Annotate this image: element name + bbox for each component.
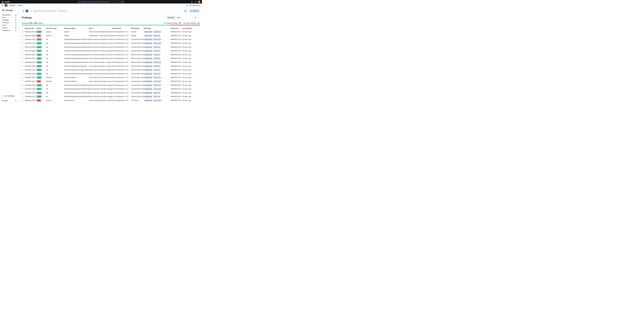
- rule-cell: Ensure that the controller manager pod s…: [89, 91, 113, 95]
- resource-type-cell: file: [46, 37, 64, 41]
- result-badge: Pass: [36, 84, 42, 86]
- sidebar-item-manage[interactable]: Manage: [0, 99, 20, 102]
- sidebar-item-intelligence[interactable]: Intelligence: [0, 29, 20, 32]
- sidebar-item-findings[interactable]: Findings: [0, 19, 20, 21]
- sidebar-item-explore[interactable]: Explore: [0, 26, 20, 29]
- rule-tag-badge: Kubernetes: [144, 99, 153, 102]
- expand-finding-button[interactable]: [22, 77, 23, 78]
- breadcrumb-security[interactable]: Security: [9, 4, 17, 7]
- expand-finding-button[interactable]: [22, 80, 23, 82]
- resource-type-cell: process: [46, 34, 64, 37]
- manage-label: Manage: [2, 100, 8, 102]
- elastic-logo[interactable]: [2, 1, 4, 3]
- result-badge: Pass: [36, 50, 42, 52]
- expand-finding-button[interactable]: [22, 88, 23, 90]
- cis-section-cell: Control Plane Node...: [131, 72, 144, 76]
- expand-finding-button[interactable]: [22, 84, 23, 86]
- sidebar-item-dashboards[interactable]: Dashboards: [0, 14, 20, 16]
- cis-section-cell: Control Plane Node...: [131, 87, 144, 91]
- rule-tag-badge: CIS 1.1.7: [153, 69, 160, 71]
- expand-finding-button[interactable]: [22, 54, 23, 55]
- resource-name-cell: /hostfs/etc/systemd/system/kubelet.servi…: [64, 53, 89, 57]
- column-header-resource-name[interactable]: Resource Name: [64, 27, 89, 30]
- notifications-bell-icon[interactable]: [194, 1, 196, 3]
- expand-finding-button[interactable]: [22, 69, 23, 71]
- expand-finding-button[interactable]: [22, 65, 23, 67]
- group-by-control[interactable]: Group by None: [166, 16, 200, 19]
- column-header-rule[interactable]: Rule: [89, 27, 113, 30]
- column-header-last-checked[interactable]: Last Checked: [182, 27, 200, 30]
- rule-cell: Ensure that the etcd data directory owne…: [89, 79, 113, 83]
- benchmark-cell: CIS Kubernetes V1.23: [113, 87, 131, 91]
- expand-finding-button[interactable]: [22, 96, 23, 97]
- global-search-input[interactable]: [81, 1, 120, 2]
- benchmark-cell: CIS Kubernetes V1.23: [113, 34, 131, 37]
- expand-finding-button[interactable]: [22, 35, 23, 36]
- failed-findings-legend[interactable]: Failed Findings 18: [184, 22, 200, 24]
- saved-query-menu-button[interactable]: [22, 9, 25, 12]
- get-started-button[interactable]: GET STARTED: [0, 94, 20, 98]
- findings-search-input[interactable]: [33, 10, 184, 12]
- result-badge: Pass: [36, 53, 42, 56]
- findings-search-bar[interactable]: G: [29, 9, 188, 13]
- expand-finding-button[interactable]: [22, 42, 23, 44]
- failed-bar-segment: [170, 25, 200, 25]
- refresh-button[interactable]: Refresh: [189, 9, 200, 13]
- cluster-id-cell: 499533f3-6237-...: [171, 57, 182, 60]
- column-header-cluster-id[interactable]: Cluster ID: [171, 27, 182, 30]
- column-header-resource-type[interactable]: Resource Type: [46, 27, 64, 30]
- global-search[interactable]: ⌘/: [77, 0, 125, 3]
- rule-tag-badge: CIS 1.1.3: [153, 92, 160, 94]
- passed-count-badge: 88: [178, 22, 181, 24]
- add-integrations-button[interactable]: Add integrations: [186, 4, 200, 6]
- expand-finding-button[interactable]: [22, 73, 23, 74]
- expand-finding-button[interactable]: [22, 58, 23, 59]
- rule-tags-cell: KubernetesCIS 1.1.16: [144, 41, 171, 45]
- column-header-benchmark[interactable]: Benchmark: [113, 27, 131, 30]
- rule-cell: Ensure that the etcd pod specification f…: [89, 68, 113, 72]
- add-filter-button[interactable]: [26, 10, 28, 12]
- expand-icon: [22, 61, 23, 63]
- cluster-id-cell: 499533f3-6237-...: [171, 30, 182, 34]
- rule-tag-badge: Kubernetes: [144, 95, 153, 98]
- expand-finding-button[interactable]: [22, 46, 23, 48]
- resource-type-cell: file: [46, 83, 64, 87]
- column-header-rule-tags[interactable]: Rule Tags: [144, 27, 171, 30]
- cis-section-cell: Control Plane Node...: [131, 49, 144, 53]
- resource-id-cell: a2dc54aa-1580-...: [25, 87, 36, 91]
- table-row: 6a4fb7ab-02e3-... Pass file /hostfs/etc/…: [22, 53, 200, 57]
- expand-finding-button[interactable]: [22, 39, 23, 40]
- expand-finding-button[interactable]: [22, 92, 23, 94]
- resource-id-cell: b6fe004d-1e34-...: [25, 72, 36, 76]
- grid-icon: [15, 25, 16, 26]
- space-badge[interactable]: D: [5, 4, 7, 7]
- expand-finding-button[interactable]: [22, 99, 23, 101]
- gear-icon[interactable]: [191, 1, 193, 3]
- cluster-id-cell: 499533f3-6237-...: [171, 76, 182, 80]
- sidebar-item-alerts[interactable]: Alerts: [0, 16, 20, 19]
- grammarly-icon[interactable]: G: [184, 10, 186, 12]
- sidebar-item-cases[interactable]: Cases: [0, 24, 20, 26]
- expand-finding-button[interactable]: [22, 31, 23, 33]
- column-header-cis-section[interactable]: CIS Section: [131, 27, 144, 30]
- menu-hamburger-icon[interactable]: [2, 4, 3, 6]
- table-row: 80733192-904b-... Pass file /hostfs/var/…: [22, 64, 200, 68]
- passed-findings-legend[interactable]: Passed Findings 88: [164, 22, 181, 24]
- column-header-resource-id[interactable]: Resource ID: [25, 27, 36, 30]
- rule-cell: Ensure that the kubelet --config configu…: [89, 60, 113, 64]
- cluster-id-cell: 499533f3-6237-...: [171, 95, 182, 99]
- cluster-id-cell: 499533f3-6237-...: [171, 68, 182, 72]
- result-badge: Pass: [36, 42, 42, 44]
- failed-count-badge: 18: [197, 22, 200, 24]
- sidebar-item-timelines[interactable]: Timelines: [0, 21, 20, 24]
- group-by-select[interactable]: None: [176, 16, 200, 19]
- user-avatar[interactable]: j: [198, 1, 200, 3]
- rule-tag-badge: Kubernetes: [144, 42, 153, 44]
- expand-finding-button[interactable]: [22, 50, 23, 52]
- last-checked-cell: 16 hours ago: [182, 87, 200, 91]
- clear-selection-icon[interactable]: [194, 17, 196, 18]
- resource-name-cell: /hostfs/var/lib/kubelet/config.yaml: [64, 64, 89, 68]
- resource-id-cell: 6a4fb7ab-02e3-...: [25, 57, 36, 60]
- expand-finding-button[interactable]: [22, 61, 23, 63]
- column-header-result[interactable]: Result: [36, 27, 46, 30]
